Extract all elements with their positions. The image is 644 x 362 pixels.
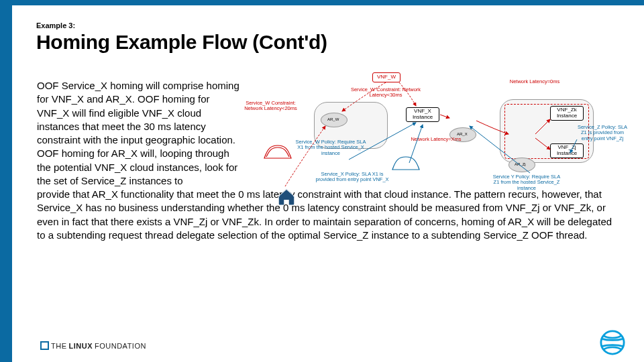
logo-the: THE [51,342,67,350]
logo-linux: LINUX [69,342,93,350]
slide: Example 3: Homing Example Flow (Cont'd) … [0,0,644,362]
att-globe-icon [600,330,625,355]
kicker-text: Example 3: [36,21,75,29]
linux-foundation-logo: THE LINUX FOUNDATION [40,341,146,350]
logo-foundation: FOUNDATION [95,342,146,350]
top-bar [0,0,644,5]
page-title: Homing Example Flow (Cont'd) [36,31,327,54]
body-narrow: OOF Service_X homing will comprise homin… [37,79,245,188]
diagram: VNF_W AR_W VNF_X Instance AR_X VNF_Zk In… [241,72,627,220]
left-bar [0,0,12,362]
logo-square-icon [40,341,49,350]
